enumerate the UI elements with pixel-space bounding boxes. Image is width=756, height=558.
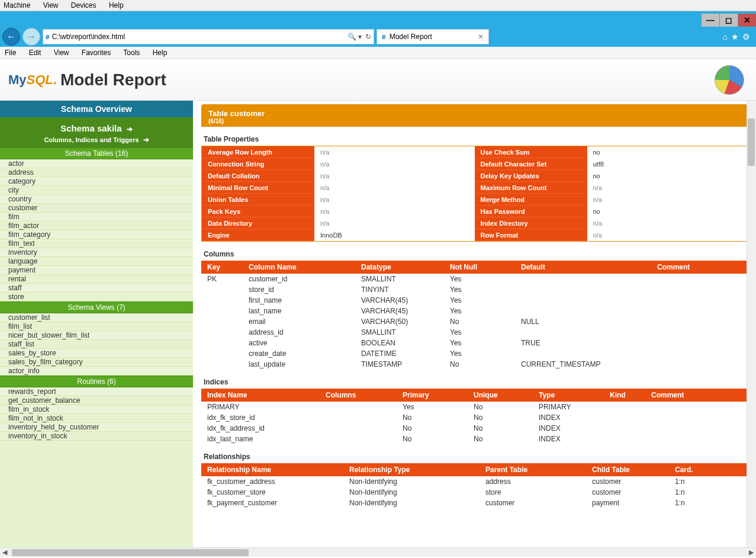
sidebar-table-item[interactable]: film — [0, 213, 193, 222]
property-value: InnoDB — [314, 232, 475, 239]
sidebar-table-item[interactable]: country — [0, 195, 193, 204]
property-value: n/a — [587, 184, 748, 191]
property-value: n/a — [587, 220, 748, 227]
tools-icon[interactable]: ⚙ — [742, 32, 750, 41]
scroll-thumb[interactable] — [748, 118, 755, 166]
search-icon[interactable]: 🔍 ▾ — [348, 33, 362, 41]
property-label: Data Directory — [202, 217, 314, 229]
column-header: Primary — [397, 389, 468, 402]
schema-tables-header: Schema Tables (16) — [0, 147, 193, 159]
vm-menu-help[interactable]: Help — [109, 1, 124, 9]
table-row: address_idSMALLINTYes — [201, 327, 748, 338]
minimize-button[interactable]: — — [702, 14, 719, 27]
sidebar-view-item[interactable]: nicer_but_slower_film_list — [0, 331, 193, 340]
content-area: Table customer (6/16) Table Properties A… — [193, 101, 756, 547]
sidebar-table-item[interactable]: actor — [0, 159, 193, 168]
scroll-left-icon[interactable]: ◀ — [2, 549, 7, 556]
columns-table: KeyColumn NameDatatypeNot NullDefaultCom… — [201, 261, 748, 370]
menu-help[interactable]: Help — [153, 49, 168, 57]
sidebar-routine-item[interactable]: rewards_report — [0, 387, 193, 396]
sidebar-view-item[interactable]: staff_list — [0, 340, 193, 349]
table-row: activeBOOLEANYesTRUE — [201, 338, 748, 348]
table-header: Table customer (6/16) — [201, 104, 748, 127]
sidebar-table-item[interactable]: language — [0, 257, 193, 266]
table-row: PKcustomer_idSMALLINTYes — [201, 274, 748, 284]
sidebar-view-item[interactable]: sales_by_store — [0, 349, 193, 358]
table-row: idx_fk_address_idNoNoINDEX — [201, 423, 748, 434]
property-value: n/a — [587, 232, 748, 239]
sidebar-routine-item[interactable]: film_not_in_stock — [0, 414, 193, 423]
address-input[interactable] — [52, 33, 348, 41]
close-button[interactable]: ✕ — [738, 14, 756, 27]
vertical-scrollbar[interactable] — [747, 101, 756, 547]
sidebar-routine-item[interactable]: get_customer_balance — [0, 396, 193, 405]
property-label: Row Format — [475, 229, 587, 241]
sidebar-routine-item[interactable]: inventory_held_by_customer — [0, 423, 193, 432]
sidebar-view-item[interactable]: customer_list — [0, 313, 193, 322]
maximize-button[interactable]: ◻ — [720, 14, 738, 27]
favorites-icon[interactable]: ★ — [731, 32, 739, 41]
sidebar-table-item[interactable]: film_text — [0, 239, 193, 248]
property-label: Use Check Sum — [475, 146, 587, 158]
sidebar-table-item[interactable]: city — [0, 186, 193, 195]
window-controls: — ◻ ✕ — [702, 14, 756, 27]
sidebar-table-item[interactable]: customer — [0, 204, 193, 213]
sidebar-table-item[interactable]: rental — [0, 275, 193, 284]
vm-menu-machine[interactable]: Machine — [4, 1, 30, 9]
forward-button[interactable]: → — [22, 28, 40, 46]
table-row: fk_customer_addressNon-Identifyingaddres… — [201, 476, 748, 487]
sidebar-routine-item[interactable]: inventory_in_stock — [0, 432, 193, 441]
menu-edit[interactable]: Edit — [29, 49, 41, 57]
refresh-icon[interactable]: ↻ — [365, 33, 371, 41]
property-label: Default Character Set — [475, 158, 587, 170]
menu-view[interactable]: View — [54, 49, 69, 57]
column-header: Comment — [651, 261, 748, 274]
vm-menu-devices[interactable]: Devices — [71, 1, 96, 9]
horizontal-scrollbar[interactable]: ◀ ▶ — [0, 547, 756, 557]
sidebar-table-item[interactable]: staff — [0, 284, 193, 293]
column-header: Parent Table — [480, 463, 586, 476]
column-header: Kind — [604, 389, 645, 402]
back-button[interactable]: ← — [2, 28, 20, 46]
sidebar-view-item[interactable]: sales_by_film_category — [0, 358, 193, 367]
page-title: Model Report — [60, 70, 166, 89]
sidebar-table-item[interactable]: store — [0, 293, 193, 302]
property-value: n/a — [587, 196, 748, 203]
sidebar-table-item[interactable]: film_category — [0, 230, 193, 239]
section-relationships: Relationships — [204, 453, 748, 461]
browser-tab[interactable]: e Model Report ✕ — [377, 29, 489, 44]
scroll-right-icon[interactable]: ▶ — [749, 549, 754, 556]
sidebar-table-item[interactable]: address — [0, 168, 193, 177]
vm-menubar: Machine View Devices Help — [0, 0, 756, 11]
sidebar-routine-item[interactable]: film_in_stock — [0, 405, 193, 414]
menu-file[interactable]: File — [5, 49, 16, 57]
sidebar-table-item[interactable]: category — [0, 177, 193, 186]
address-bar[interactable]: e 🔍 ▾ ↻ — [43, 29, 374, 44]
tab-close-icon[interactable]: ✕ — [478, 33, 484, 41]
table-row: idx_fk_store_idNoNoINDEX — [201, 412, 748, 423]
table-row: fk_customer_storeNon-Identifyingstorecus… — [201, 487, 748, 498]
property-label: Engine — [202, 229, 314, 241]
table-row: idx_last_nameNoNoINDEX — [201, 434, 748, 444]
menu-tools[interactable]: Tools — [123, 49, 140, 57]
column-header: Key — [201, 261, 243, 274]
table-row: store_idTINYINTYes — [201, 284, 748, 295]
property-value: n/a — [314, 196, 475, 203]
sidebar-table-item[interactable]: payment — [0, 266, 193, 275]
column-header: Columns — [320, 389, 397, 402]
home-icon[interactable]: ⌂ — [723, 32, 728, 41]
property-value: utf8 — [587, 161, 748, 168]
column-header: Default — [515, 261, 651, 274]
property-label: Delay Key Updates — [475, 170, 587, 182]
vm-menu-view[interactable]: View — [43, 1, 59, 9]
sidebar-table-item[interactable]: film_actor — [0, 222, 193, 230]
hscroll-thumb[interactable] — [12, 549, 249, 556]
schema-name-block[interactable]: Schema sakila ➔ Columns, Indices and Tri… — [0, 117, 193, 147]
property-label: Has Password — [475, 206, 587, 217]
sidebar-table-item[interactable]: inventory — [0, 248, 193, 257]
sidebar-view-item[interactable]: film_list — [0, 322, 193, 331]
sidebar-view-item[interactable]: actor_info — [0, 367, 193, 376]
indices-table: Index NameColumnsPrimaryUniqueTypeKindCo… — [201, 389, 748, 444]
menu-favorites[interactable]: Favorites — [82, 49, 111, 57]
section-columns: Columns — [204, 250, 748, 258]
